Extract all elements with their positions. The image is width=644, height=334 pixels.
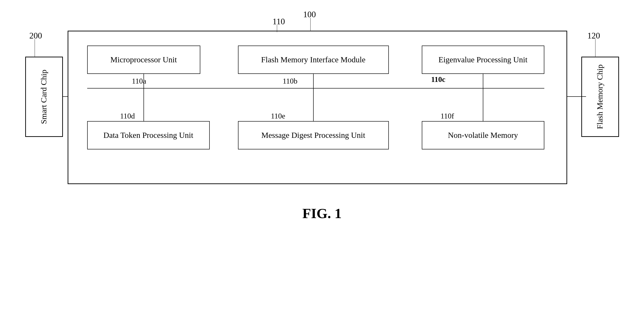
ref-110e: 110e (271, 112, 285, 120)
ref-110f: 110f (441, 112, 454, 120)
dt-connector-v (144, 88, 144, 121)
md-connector-v (313, 88, 314, 121)
flash-memory-chip-box: Flash Memory Chip (581, 57, 619, 137)
flash-interface-box: Flash Memory Interface Module (238, 46, 389, 74)
leader-100 (310, 18, 310, 31)
eigenvalue-unit-label: Eigenvalue Processing Unit (438, 55, 528, 64)
data-token-label: Data Token Processing Unit (104, 131, 193, 140)
non-volatile-box: Non-volatile Memory (422, 121, 544, 149)
non-volatile-label: Non-volatile Memory (448, 131, 518, 140)
leader-120 (595, 39, 596, 57)
message-digest-label: Message Digest Processing Unit (261, 131, 365, 140)
message-digest-box: Message Digest Processing Unit (238, 121, 389, 149)
microprocessor-unit-label: Microprocessor Unit (110, 55, 177, 64)
microprocessor-unit-box: Microprocessor Unit (87, 46, 200, 74)
smart-card-label: Smart Card Chip (39, 70, 49, 124)
eigenvalue-unit-box: Eigenvalue Processing Unit (422, 46, 544, 74)
ref-110b: 110b (283, 77, 298, 85)
ref-110a: 110a (132, 77, 146, 85)
top-bus-line (87, 88, 544, 89)
data-token-box: Data Token Processing Unit (87, 121, 210, 149)
diagram-container: 100 110 200 120 Smart Card Chip Flash Me… (16, 10, 628, 269)
ref-120: 120 (588, 31, 600, 41)
ref-110d: 110d (120, 112, 135, 120)
flash-memory-label: Flash Memory Chip (595, 64, 605, 129)
flash-interface-label: Flash Memory Interface Module (261, 55, 366, 64)
ref-110: 110 (273, 17, 285, 27)
smart-card-chip-box: Smart Card Chip (25, 57, 63, 137)
ref-100: 100 (303, 10, 316, 19)
mpu-connector-v (144, 74, 144, 88)
ref-110c: 110c (431, 75, 445, 84)
flash-ext-connector (567, 96, 586, 97)
ref-200: 200 (30, 31, 42, 41)
main-system-box: Microprocessor Unit Flash Memory Interfa… (68, 31, 567, 184)
fmi-connector-v (313, 74, 314, 88)
epu-connector-v (483, 74, 483, 88)
figure-label: FIG. 1 (302, 205, 342, 222)
nvm-connector-v (483, 88, 483, 121)
